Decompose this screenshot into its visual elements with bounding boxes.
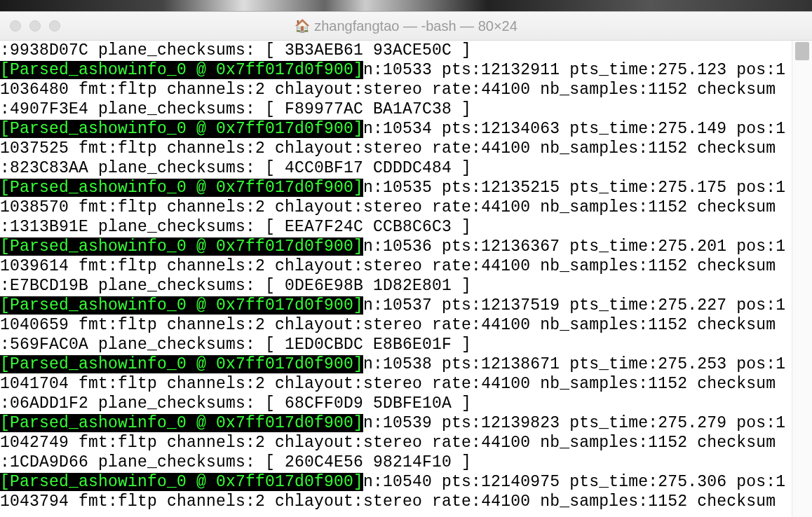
parsed-prefix: [Parsed_ashowinfo_0 @ 0x7ff017d0f900] [0,355,363,373]
parsed-prefix: [Parsed_ashowinfo_0 @ 0x7ff017d0f900] [0,120,363,138]
zoom-icon[interactable] [49,20,60,32]
window-title: 🏠 zhangfangtao — -bash — 80×24 [0,18,812,34]
window-title-text: zhangfangtao — -bash — 80×24 [314,18,517,34]
desktop-backdrop [0,0,812,11]
output-line: fmt:fltp channels:2 chlayout:stereo rate… [69,198,776,216]
parsed-prefix: [Parsed_ashowinfo_0 @ 0x7ff017d0f900] [0,237,363,256]
output-line: :4907F3E4 plane_checksums: [ F89977AC BA… [0,100,471,118]
parsed-prefix: [Parsed_ashowinfo_0 @ 0x7ff017d0f900] [0,296,363,315]
output-line: :1313B91E plane_checksums: [ EEA7F24C CC… [0,218,471,236]
output-line: fmt:fltp channels:2 chlayout:stereo rate… [69,375,776,393]
output-line: :1CDA9D66 plane_checksums: [ 260C4E56 98… [0,453,471,471]
output-line: fmt:fltp channels:2 chlayout:stereo rate… [69,139,776,158]
output-line: fmt:fltp channels:2 chlayout:stereo rate… [69,316,776,334]
output-line: :E7BCD19B plane_checksums: [ 0DE6E98B 1D… [0,277,471,295]
output-line: fmt:fltp channels:2 chlayout:stereo rate… [69,81,776,99]
titlebar[interactable]: 🏠 zhangfangtao — -bash — 80×24 [0,12,812,41]
scrollbar-thumb[interactable] [795,42,809,60]
terminal-output[interactable]: :9938D07C plane_checksums: [ 3B3AEB61 93… [0,41,792,517]
minimize-icon[interactable] [29,20,41,32]
output-line: :06ADD1F2 plane_checksums: [ 68CFF0D9 5D… [0,394,471,413]
output-line: :9938D07C plane_checksums: [ 3B3AEB61 93… [0,41,471,60]
terminal-window: 🏠 zhangfangtao — -bash — 80×24 :9938D07C… [0,11,812,517]
output-line: fmt:fltp channels:2 chlayout:stereo rate… [69,492,776,511]
scrollbar[interactable] [792,41,812,517]
output-line: fmt:fltp channels:2 chlayout:stereo rate… [69,434,776,452]
parsed-prefix: [Parsed_ashowinfo_0 @ 0x7ff017d0f900] [0,414,363,432]
parsed-prefix: [Parsed_ashowinfo_0 @ 0x7ff017d0f900] [0,179,363,197]
traffic-lights [10,20,60,32]
output-line: :823C83AA plane_checksums: [ 4CC0BF17 CD… [0,159,471,177]
close-icon[interactable] [10,20,21,32]
parsed-prefix: [Parsed_ashowinfo_0 @ 0x7ff017d0f900] [0,473,363,491]
output-line: :569FAC0A plane_checksums: [ 1ED0CBDC E8… [0,336,471,354]
home-icon: 🏠 [295,20,310,32]
parsed-prefix: [Parsed_ashowinfo_0 @ 0x7ff017d0f900] [0,61,363,79]
output-line: fmt:fltp channels:2 chlayout:stereo rate… [69,257,776,275]
